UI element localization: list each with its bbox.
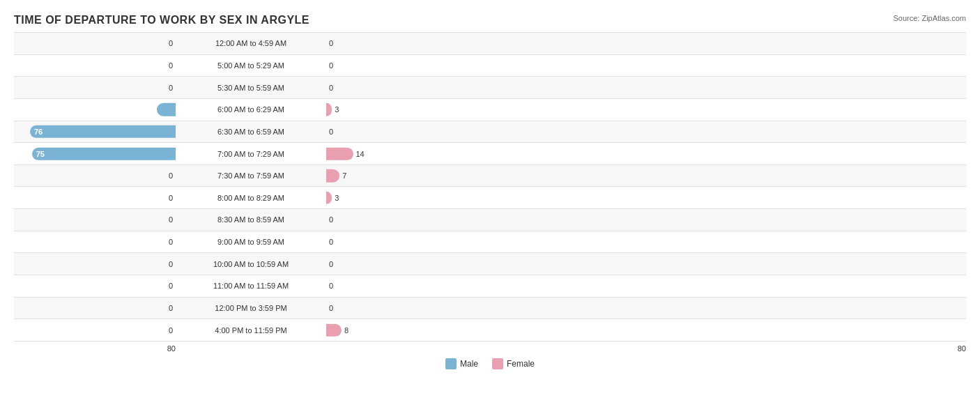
bar-row: 75 7:00 AM to 7:29 AM 14 [14, 142, 966, 164]
bar-row: 0 12:00 PM to 3:59 PM 0 [14, 297, 966, 319]
male-inline-label: 76 [30, 128, 43, 136]
right-section: 7 [321, 165, 966, 187]
female-value-zero: 0 [329, 215, 333, 224]
male-value-zero: 0 [169, 84, 173, 92]
bar-row: 0 4:00 PM to 11:59 PM 8 [14, 319, 966, 342]
male-value-zero: 0 [169, 260, 173, 268]
female-value-zero: 0 [329, 260, 333, 268]
female-bar [326, 323, 342, 336]
source-text: Source: ZipAtlas.com [893, 14, 966, 22]
right-inner: 3 [326, 99, 966, 121]
left-inner: 0 [14, 231, 176, 253]
legend-male-label: Male [460, 359, 478, 369]
time-label: 5:30 AM to 5:59 AM [181, 84, 321, 92]
left-inner: 0 [14, 209, 176, 231]
left-inner: 0 [14, 275, 176, 297]
male-value-zero: 0 [169, 171, 173, 180]
female-bar [326, 147, 353, 160]
right-section: 3 [321, 99, 966, 121]
time-label: 6:00 AM to 6:29 AM [181, 105, 321, 114]
x-axis-right: 80 [321, 344, 966, 353]
male-value-zero: 0 [169, 194, 173, 202]
female-bar [326, 192, 332, 204]
female-bar [326, 169, 339, 182]
female-value-zero: 0 [329, 39, 333, 47]
left-section: 0 [14, 209, 181, 231]
male-value-zero: 0 [169, 326, 173, 335]
bar-rows: 0 12:00 AM to 4:59 AM 0 0 5:00 AM to 5:2… [14, 32, 966, 342]
time-label: 5:00 AM to 5:29 AM [181, 61, 321, 70]
right-inner: 7 [326, 165, 966, 187]
left-section: 75 [14, 143, 181, 164]
male-value-zero: 0 [169, 215, 173, 224]
left-section: 0 [14, 275, 181, 297]
female-value: 8 [344, 326, 349, 335]
right-section: 0 [321, 298, 966, 319]
male-value-zero: 0 [169, 39, 173, 47]
left-section: 0 [14, 77, 181, 98]
left-inner: 0 [14, 298, 176, 319]
left-inner: 0 [14, 165, 176, 187]
chart-title: TIME OF DEPARTURE TO WORK BY SEX IN ARGY… [14, 14, 966, 26]
right-section: 0 [321, 33, 966, 54]
x-axis-labels: 80 80 [14, 344, 966, 353]
female-value: 3 [335, 194, 339, 202]
female-value-zero: 0 [329, 61, 333, 70]
left-inner: 75 [14, 143, 176, 164]
bar-row: 0 11:00 AM to 11:59 AM 0 [14, 275, 966, 297]
left-section: 0 [14, 165, 181, 187]
right-section: 0 [321, 231, 966, 253]
legend-female-box [492, 358, 503, 369]
bar-row: 0 12:00 AM to 4:59 AM 0 [14, 32, 966, 54]
time-label: 8:00 AM to 8:29 AM [181, 194, 321, 202]
right-inner: 0 [326, 121, 966, 143]
right-inner: 0 [326, 231, 966, 253]
left-inner: 0 [14, 253, 176, 275]
female-value-zero: 0 [329, 304, 333, 312]
left-section: 0 [14, 55, 181, 77]
time-label: 10:00 AM to 10:59 AM [181, 260, 321, 268]
left-inner: 0 [14, 319, 176, 341]
right-inner: 3 [326, 187, 966, 208]
time-label: 4:00 PM to 11:59 PM [181, 326, 321, 335]
chart-area: 0 12:00 AM to 4:59 AM 0 0 5:00 AM to 5:2… [14, 32, 966, 362]
time-label: 7:30 AM to 7:59 AM [181, 171, 321, 180]
right-section: 0 [321, 55, 966, 77]
left-inner: 0 [14, 33, 176, 54]
female-value: 14 [356, 150, 365, 158]
left-section: 0 [14, 253, 181, 275]
bar-row: 0 9:00 AM to 9:59 AM 0 [14, 231, 966, 253]
female-value: 3 [335, 105, 339, 114]
left-inner: 0 [14, 55, 176, 77]
right-inner: 0 [326, 275, 966, 297]
left-section: 0 [14, 187, 181, 208]
left-section: 76 [14, 121, 181, 143]
left-section [14, 99, 181, 121]
male-value-zero: 0 [169, 304, 173, 312]
time-label: 12:00 PM to 3:59 PM [181, 304, 321, 312]
chart-container: TIME OF DEPARTURE TO WORK BY SEX IN ARGY… [0, 0, 980, 414]
legend-female-label: Female [507, 359, 535, 369]
bar-row: 0 5:30 AM to 5:59 AM 0 [14, 76, 966, 98]
legend-male: Male [445, 358, 478, 369]
bar-row: 76 6:30 AM to 6:59 AM 0 [14, 121, 966, 143]
right-inner: 0 [326, 77, 966, 98]
female-value-zero: 0 [329, 238, 333, 246]
x-axis-left: 80 [14, 344, 181, 353]
left-section: 0 [14, 231, 181, 253]
female-value-zero: 0 [329, 128, 333, 136]
right-inner: 0 [326, 33, 966, 54]
male-value-zero: 0 [169, 282, 173, 290]
right-inner: 14 [326, 143, 966, 164]
male-bar: 76 [30, 125, 176, 138]
time-label: 7:00 AM to 7:29 AM [181, 150, 321, 158]
right-inner: 0 [326, 209, 966, 231]
bar-row: 0 10:00 AM to 10:59 AM 0 [14, 252, 966, 275]
legend-female: Female [492, 358, 535, 369]
female-value: 7 [342, 171, 346, 180]
x-axis-mid [181, 344, 321, 353]
bar-row: 0 8:00 AM to 8:29 AM 3 [14, 186, 966, 208]
left-section: 0 [14, 298, 181, 319]
right-section: 0 [321, 253, 966, 275]
right-section: 0 [321, 121, 966, 143]
